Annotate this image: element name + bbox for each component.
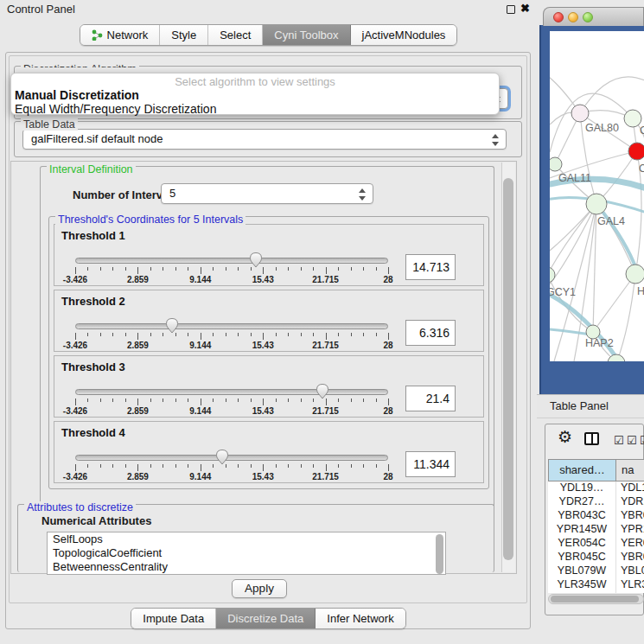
- tab-infer-network[interactable]: Infer Network: [316, 609, 405, 628]
- apply-button[interactable]: Apply: [232, 579, 287, 598]
- tab-impute-data[interactable]: Impute Data: [131, 609, 216, 628]
- table-hscrollbar-thumb[interactable]: [551, 596, 639, 603]
- slider-tick: [238, 399, 239, 402]
- attributes-list-scrollbar-thumb[interactable]: [436, 534, 443, 574]
- zoom-traffic-light[interactable]: [583, 12, 593, 22]
- tab-style[interactable]: Style: [160, 25, 208, 45]
- tab-cyni-toolbox[interactable]: Cyni Toolbox: [263, 25, 350, 45]
- attribute-list-item[interactable]: TopologicalCoefficient: [48, 546, 445, 560]
- threshold-label: Threshold 4: [61, 426, 125, 439]
- minimize-traffic-light[interactable]: [568, 12, 578, 22]
- table-row[interactable]: YDR27…YDR2: [548, 495, 644, 509]
- table-row[interactable]: YDL19…YDL1: [548, 481, 644, 495]
- number-of-intervals-combobox[interactable]: 5: [161, 183, 373, 204]
- cell-shared-name[interactable]: YDR27…: [548, 495, 615, 507]
- table-row[interactable]: YBR045CYBR0: [548, 551, 644, 564]
- network-node[interactable]: [608, 354, 625, 361]
- settings-scrollbar-thumb[interactable]: [503, 178, 513, 560]
- slider-track[interactable]: [75, 258, 388, 264]
- tab-jactivemnodules[interactable]: jActiveMNodules: [351, 25, 457, 45]
- slider-tick: [163, 267, 163, 271]
- table-column-header-shared[interactable]: shared…: [548, 459, 616, 481]
- cell-name[interactable]: YDL1: [621, 481, 644, 494]
- table-column-header-name[interactable]: na: [615, 459, 644, 481]
- slider-track[interactable]: [75, 323, 388, 329]
- cell-shared-name[interactable]: YPR145W: [548, 523, 615, 535]
- cell-name[interactable]: YBL0: [621, 564, 644, 577]
- slider-thumb[interactable]: [164, 316, 180, 334]
- algorithm-option[interactable]: Equal Width/Frequency Discretization: [15, 102, 216, 116]
- numerical-attributes-list[interactable]: SelfLoopsTopologicalCoefficientBetweenne…: [47, 532, 446, 575]
- slider-tick: [226, 267, 226, 271]
- threshold-value-field[interactable]: 21.4: [405, 386, 456, 411]
- attribute-list-item[interactable]: BetweennessCentrality: [48, 560, 445, 574]
- tab-label: jActiveMNodules: [362, 29, 446, 41]
- network-node[interactable]: [550, 267, 555, 283]
- checkbox-icon[interactable]: ☑: [627, 434, 637, 447]
- table-data-combobox[interactable]: galFiltered.sif default node: [22, 129, 507, 150]
- network-node[interactable]: [550, 157, 562, 171]
- threshold-value-field[interactable]: 6.316: [405, 320, 456, 346]
- cell-shared-name[interactable]: YBR045C: [548, 551, 615, 563]
- slider-tick: [351, 267, 352, 271]
- checkbox-icon[interactable]: ☑: [640, 434, 644, 447]
- table-row[interactable]: YLR345WYLR3: [548, 578, 644, 592]
- tab-label: Discretize Data: [227, 612, 303, 625]
- cell-shared-name[interactable]: YER054C: [548, 537, 615, 549]
- checkbox-icon[interactable]: ☑: [614, 434, 624, 447]
- cell-shared-name[interactable]: YIL052C: [548, 592, 615, 593]
- attribute-list-item[interactable]: SelfLoops: [48, 532, 445, 546]
- bottom-tab-segment: Impute DataDiscretize DataInfer Network: [131, 608, 405, 629]
- slider-tick: [150, 464, 151, 468]
- slider-tick: [125, 464, 126, 468]
- cell-name[interactable]: YBR0: [621, 509, 644, 521]
- table-row[interactable]: YBL079WYBL0: [548, 564, 644, 578]
- slider-tick: [137, 333, 138, 340]
- cell-name[interactable]: YPR1: [621, 523, 644, 535]
- network-node[interactable]: [586, 194, 607, 214]
- cell-name[interactable]: YBR0: [621, 551, 644, 563]
- slider-thumb[interactable]: [315, 382, 330, 399]
- network-window-titlebar[interactable]: [543, 7, 644, 26]
- slider-thumb[interactable]: [248, 251, 264, 268]
- float-window-icon[interactable]: [507, 5, 515, 14]
- cell-shared-name[interactable]: YDL19…: [548, 481, 615, 494]
- tab-label: Cyni Toolbox: [274, 29, 338, 41]
- slider-tick: [75, 464, 76, 471]
- network-canvas[interactable]: GAL80GACGAL11GAL4GCY1HHAP2: [550, 31, 644, 361]
- network-node[interactable]: [628, 143, 644, 160]
- network-node[interactable]: [626, 265, 644, 284]
- slider-tick: [251, 464, 252, 468]
- gear-icon[interactable]: ⚙: [558, 429, 572, 446]
- slider-track[interactable]: [75, 389, 388, 395]
- cell-shared-name[interactable]: YBR043C: [548, 509, 615, 521]
- cell-shared-name[interactable]: YBL079W: [548, 564, 615, 577]
- column-layout-icon[interactable]: [584, 432, 599, 445]
- cell-name[interactable]: YDR2: [621, 495, 644, 507]
- slider-tick: [87, 267, 88, 271]
- close-traffic-light[interactable]: [553, 12, 564, 22]
- table-row[interactable]: YER054CYER0: [548, 537, 644, 551]
- table-row[interactable]: YPR145WYPR1: [548, 523, 644, 537]
- tab-select[interactable]: Select: [208, 25, 263, 45]
- cell-name[interactable]: YLR3: [621, 578, 644, 590]
- network-node[interactable]: [571, 105, 589, 122]
- slider-tick-label: -3.426: [63, 406, 87, 416]
- threshold-value-field[interactable]: 11.344: [405, 451, 456, 477]
- tab-network[interactable]: Network: [80, 25, 161, 45]
- table-row[interactable]: YBR043CYBR0: [548, 509, 644, 523]
- table-row[interactable]: YIL052CYIL0: [548, 592, 644, 593]
- slider-tick-label: 2.859: [127, 472, 149, 481]
- slider-thumb[interactable]: [214, 448, 230, 465]
- tab-discretize-data[interactable]: Discretize Data: [216, 609, 316, 628]
- cell-shared-name[interactable]: YLR345W: [548, 578, 615, 590]
- threshold-label: Threshold 3: [61, 360, 125, 373]
- cell-name[interactable]: YIL0: [621, 592, 643, 593]
- threshold-value-field[interactable]: 14.713: [405, 254, 456, 280]
- network-node[interactable]: [624, 110, 641, 127]
- close-icon[interactable]: ✖: [520, 2, 530, 15]
- slider-track[interactable]: [75, 455, 388, 461]
- algorithm-option[interactable]: Manual Discretization: [15, 88, 139, 102]
- cell-name[interactable]: YER0: [621, 537, 644, 549]
- slider-tick: [388, 464, 389, 471]
